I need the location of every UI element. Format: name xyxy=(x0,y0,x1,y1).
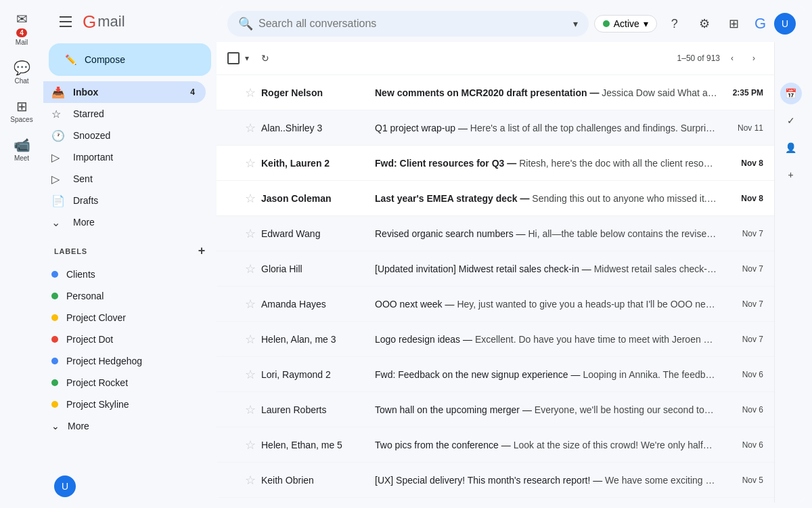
search-dropdown-icon[interactable]: ▾ xyxy=(573,18,578,29)
star-icon[interactable]: ☆ xyxy=(245,332,256,347)
sidebar: G mail ✏️ Compose 📥 Inbox 4 ☆ Starred 🕐 … xyxy=(43,0,217,508)
hamburger-line xyxy=(60,26,72,27)
email-preview: Look at the size of this crowd! We're on… xyxy=(514,440,717,450)
label-project-dot[interactable]: Project Dot xyxy=(43,329,206,350)
label-project-skyline[interactable]: Project Skyline xyxy=(43,394,206,415)
star-icon[interactable]: ☆ xyxy=(245,367,256,382)
email-row[interactable]: ☆ Lauren Roberts Town hall on the upcomi… xyxy=(217,392,774,427)
email-row[interactable]: ☆ Amanda Hayes OOO next week — Hey, just… xyxy=(217,287,774,322)
starred-label: Starred xyxy=(73,108,104,119)
right-panel-add-icon[interactable]: + xyxy=(780,164,802,186)
icon-strip: ✉ 4 Mail 💬 Chat ⊞ Spaces 📹 Meet xyxy=(0,0,43,508)
star-icon[interactable]: ☆ xyxy=(245,261,256,276)
header-right: Active ▾ ? ⚙ ⊞ G U xyxy=(594,12,796,36)
label-personal[interactable]: Personal xyxy=(43,285,206,307)
email-row[interactable]: ☆ Keith Obrien [UX] Special delivery! Th… xyxy=(217,463,774,498)
apps-button[interactable]: ⊞ xyxy=(722,12,746,36)
sidebar-item-more[interactable]: ⌄ More xyxy=(43,211,206,233)
star-icon[interactable]: ☆ xyxy=(245,85,256,100)
star-icon[interactable]: ☆ xyxy=(245,121,256,135)
user-avatar-bottom[interactable]: U xyxy=(54,475,76,497)
more-nav-label: More xyxy=(73,217,95,228)
star-icon[interactable]: ☆ xyxy=(245,156,256,171)
project-rocket-label: Project Rocket xyxy=(66,377,128,388)
email-date: Nov 11 xyxy=(723,123,763,133)
sender-name: Lori, Raymond 2 xyxy=(261,369,369,380)
compose-icon: ✏️ xyxy=(65,54,76,65)
add-label-icon[interactable]: + xyxy=(198,244,206,258)
email-row[interactable]: ☆ Jason, Susan, me 4 Re: Project Skyligh… xyxy=(217,498,774,503)
email-row[interactable]: ☆ Roger Nelson New comments on MCR2020 d… xyxy=(217,75,774,110)
email-subject: Revised organic search numbers — xyxy=(375,228,528,239)
sidebar-item-starred[interactable]: ☆ Starred xyxy=(43,103,206,125)
compose-button[interactable]: ✏️ Compose xyxy=(49,43,211,76)
active-label: Active xyxy=(614,18,639,29)
next-page-button[interactable]: › xyxy=(744,49,763,68)
label-project-rocket[interactable]: Project Rocket xyxy=(43,372,206,394)
email-date: Nov 7 xyxy=(723,229,763,238)
email-date: Nov 6 xyxy=(723,370,763,379)
label-clients[interactable]: Clients xyxy=(43,263,206,285)
search-input[interactable] xyxy=(258,18,568,30)
right-panel-tasks-icon[interactable]: ✓ xyxy=(780,110,802,131)
star-icon[interactable]: ☆ xyxy=(245,402,256,417)
email-preview: Hey, just wanted to give you a heads-up … xyxy=(457,299,717,310)
meet-nav-icon[interactable]: 📹 Meet xyxy=(3,131,41,167)
right-panel-calendar-icon[interactable]: 📅 xyxy=(780,83,802,104)
email-row[interactable]: ☆ Helen, Ethan, me 5 Two pics from the c… xyxy=(217,427,774,463)
refresh-button[interactable]: ↻ xyxy=(254,47,276,69)
spaces-nav-icon[interactable]: ⊞ Spaces xyxy=(3,93,41,129)
help-button[interactable]: ? xyxy=(662,12,687,36)
hamburger-menu[interactable] xyxy=(54,11,77,33)
inbox-badge: 4 xyxy=(190,87,195,97)
project-skyline-label: Project Skyline xyxy=(66,399,129,410)
star-icon[interactable]: ☆ xyxy=(245,226,256,241)
email-row[interactable]: ☆ Gloria Hill [Updated invitation] Midwe… xyxy=(217,251,774,287)
active-status-badge[interactable]: Active ▾ xyxy=(594,15,657,33)
email-content: Fwd: Feedback on the new signup experien… xyxy=(375,369,717,380)
search-input-wrapper[interactable]: 🔍 ▾ xyxy=(227,11,589,37)
user-avatar[interactable]: U xyxy=(774,13,796,35)
email-content: Last year's EMEA strategy deck — Sending… xyxy=(375,193,717,204)
star-icon[interactable]: ☆ xyxy=(245,438,256,452)
star-icon[interactable]: ☆ xyxy=(245,191,256,206)
star-icon[interactable]: ☆ xyxy=(245,473,256,488)
chat-nav-icon[interactable]: 💬 Chat xyxy=(3,54,41,90)
more-labels[interactable]: ⌄ More xyxy=(43,415,206,437)
label-project-clover[interactable]: Project Clover xyxy=(43,307,206,329)
meet-icon-label: Meet xyxy=(14,154,29,162)
personal-label: Personal xyxy=(66,291,104,301)
sidebar-item-snoozed[interactable]: 🕐 Snoozed xyxy=(43,125,206,146)
prev-page-button[interactable]: ‹ xyxy=(723,49,742,68)
right-panel-contacts-icon[interactable]: 👤 xyxy=(780,137,802,158)
spaces-icon-label: Spaces xyxy=(10,116,32,123)
select-all-checkbox[interactable] xyxy=(227,52,240,64)
settings-button[interactable]: ⚙ xyxy=(692,12,717,36)
label-project-hedgehog[interactable]: Project Hedgehog xyxy=(43,350,206,372)
sidebar-item-important[interactable]: ▷ Important xyxy=(43,146,206,168)
email-row[interactable]: ☆ Alan..Shirley 3 Q1 project wrap-up — H… xyxy=(217,110,774,146)
star-icon[interactable]: ☆ xyxy=(245,297,256,312)
email-row[interactable]: ☆ Lori, Raymond 2 Fwd: Feedback on the n… xyxy=(217,357,774,392)
more-nav-icon: ⌄ xyxy=(51,216,65,229)
sidebar-item-inbox[interactable]: 📥 Inbox 4 xyxy=(43,81,206,103)
email-subject: Logo redesign ideas — xyxy=(375,334,475,345)
email-section: ▾ ↻ 1–50 of 913 ‹ › ☆ Roger Nelson New c… xyxy=(217,42,774,503)
email-row[interactable]: ☆ Edward Wang Revised organic search num… xyxy=(217,216,774,251)
email-content: [UX] Special delivery! This month's rese… xyxy=(375,475,717,486)
sidebar-item-drafts[interactable]: 📄 Drafts xyxy=(43,190,206,211)
email-row[interactable]: ☆ Keith, Lauren 2 Fwd: Client resources … xyxy=(217,146,774,181)
select-dropdown-icon[interactable]: ▾ xyxy=(245,54,249,63)
drafts-label: Drafts xyxy=(73,195,98,206)
mail-badge: 4 xyxy=(16,28,27,37)
email-row[interactable]: ☆ Jason Coleman Last year's EMEA strateg… xyxy=(217,181,774,216)
sidebar-item-sent[interactable]: ▷ Sent xyxy=(43,168,206,190)
email-list: ☆ Roger Nelson New comments on MCR2020 d… xyxy=(217,75,774,503)
email-row[interactable]: ☆ Helen, Alan, me 3 Logo redesign ideas … xyxy=(217,322,774,357)
email-content: Logo redesign ideas — Excellent. Do have… xyxy=(375,334,717,345)
project-hedgehog-label: Project Hedgehog xyxy=(66,356,142,366)
email-subject: Fwd: Client resources for Q3 — xyxy=(375,158,519,169)
mail-nav-icon[interactable]: ✉ 4 Mail xyxy=(3,5,41,51)
project-skyline-dot xyxy=(51,401,58,408)
search-icon: 🔍 xyxy=(238,16,253,31)
